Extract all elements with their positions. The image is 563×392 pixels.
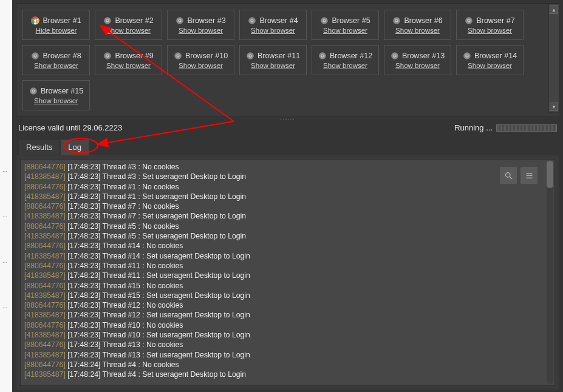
chrome-icon [248,16,256,25]
browser-toggle-link[interactable]: Show browser [179,27,223,34]
log-line: [880644776] [17:48:23] Thread #15 : No c… [24,281,542,291]
browser-toggle-link[interactable]: Show browser [395,27,440,34]
chrome-icon [318,52,327,60]
browser-toggle-link[interactable]: Show browser [106,62,151,69]
running-status: Running ... [454,123,557,132]
log-line: [418385487] [17:48:23] Thread #13 : Set … [24,350,542,360]
gutter-dots: ... [2,303,7,309]
browser-tile[interactable]: Browser #6Show browser [384,10,451,40]
gutter-dots: ... [2,212,7,218]
svg-line-46 [510,177,512,179]
search-icon[interactable] [500,167,517,184]
browser-title: Browser #3 [176,16,225,25]
browser-tile[interactable]: Browser #7Show browser [456,10,524,40]
browser-label: Browser #12 [330,52,372,60]
tab-log[interactable]: Log [60,139,89,155]
browser-scrollbar[interactable]: ▲ ▼ [548,4,559,113]
browser-title: Browser #2 [103,16,153,25]
log-line: [418385487] [17:48:23] Thread #3 : Set u… [24,172,542,181]
chrome-icon [320,16,329,25]
browser-toggle-link[interactable]: Show browser [395,62,440,69]
chrome-icon [391,52,399,60]
log-line: [880644776] [17:48:23] Thread #1 : No co… [24,182,542,192]
browser-title: Browser #15 [29,87,83,95]
svg-point-11 [251,19,253,21]
browser-title: Browser #10 [174,52,228,60]
browser-label: Browser #14 [474,52,517,60]
log-line: [418385487] [17:48:23] Thread #14 : Set … [24,251,542,261]
browser-toggle-link[interactable]: Show browser [468,62,512,69]
browser-toggle-link[interactable]: Show browser [323,62,367,69]
browser-label: Browser #11 [258,52,300,60]
status-bar: License valid until 29.06.2223 Running .… [12,121,563,136]
browser-title: Browser #5 [320,16,370,25]
browser-tile[interactable]: Browser #14Show browser [456,45,524,75]
log-line: [880644776] [17:48:23] Thread #13 : No c… [24,340,542,350]
browser-tile[interactable]: Browser #13Show browser [384,45,451,75]
log-panel: [880644776] [17:48:23] Thread #3 : No co… [16,155,559,390]
browser-tile[interactable]: Browser #8Show browser [22,45,90,75]
browser-toggle-link[interactable]: Show browser [106,27,151,34]
svg-point-44 [32,90,34,92]
log-line: [880644776] [17:48:23] Thread #14 : No c… [24,241,542,251]
log-line: [418385487] [17:48:23] Thread #7 : Set u… [24,211,542,221]
browser-toggle-link[interactable]: Show browser [34,62,78,69]
chrome-icon [103,52,112,60]
svg-point-35 [321,55,323,56]
log-scrollbar-track[interactable] [547,161,553,384]
browser-tile[interactable]: Browser #10Show browser [167,45,234,75]
browser-tile[interactable]: Browser #5Show browser [312,10,379,40]
log-content[interactable]: [880644776] [17:48:23] Thread #3 : No co… [21,160,554,382]
browser-toggle-link[interactable]: Show browser [468,27,512,34]
browser-title: Browser #4 [248,16,298,25]
scroll-up-icon[interactable]: ▲ [550,5,558,14]
log-line: [880644776] [17:48:24] Thread #4 : No co… [24,360,542,370]
browser-toggle-link[interactable]: Show browser [323,27,367,34]
browser-title: Browser #11 [246,52,300,60]
browser-label: Browser #8 [43,52,81,60]
svg-point-45 [505,172,510,177]
browser-toggle-link[interactable]: Show browser [251,27,295,34]
browser-title: Browser #1 [31,16,81,25]
browser-label: Browser #2 [115,16,153,25]
log-line: [418385487] [17:48:23] Thread #11 : Set … [24,271,542,280]
browser-title: Browser #8 [31,52,81,60]
browser-title: Browser #13 [391,52,445,60]
browser-tile[interactable]: Browser #1Hide browser [22,10,90,40]
browser-grid: Browser #1Hide browserBrowser #2Show bro… [22,10,533,110]
browser-tile[interactable]: Browser #11Show browser [239,45,307,75]
browser-tile[interactable]: Browser #12Show browser [312,45,379,75]
app-window: Browser #1Hide browserBrowser #2Show bro… [12,0,563,392]
tab-results[interactable]: Results [18,139,60,155]
svg-point-17 [396,19,398,21]
browser-label: Browser #3 [187,16,225,25]
gutter-dots: ... [2,166,7,173]
menu-icon[interactable] [520,167,537,184]
log-line: [418385487] [17:48:23] Thread #1 : Set u… [24,192,542,201]
browser-toggle-link[interactable]: Show browser [34,97,78,104]
browser-label: Browser #5 [332,16,370,25]
browser-tile[interactable]: Browser #15Show browser [22,80,90,110]
running-label: Running ... [454,123,493,132]
browser-pane: Browser #1Hide browserBrowser #2Show bro… [16,3,559,117]
browser-toggle-link[interactable]: Hide browser [36,27,77,34]
browser-toggle-link[interactable]: Show browser [179,62,223,69]
browser-label: Browser #7 [476,16,514,25]
browser-title: Browser #6 [392,16,442,25]
browser-tile[interactable]: Browser #9Show browser [95,45,162,75]
browser-tile[interactable]: Browser #4Show browser [239,10,307,40]
browser-label: Browser #10 [185,52,228,60]
browser-toggle-link[interactable]: Show browser [251,62,295,69]
log-scrollbar-thumb[interactable] [547,161,553,188]
svg-point-29 [177,55,179,56]
svg-point-2 [34,19,36,22]
scroll-down-icon[interactable]: ▼ [550,103,558,111]
svg-point-41 [466,55,468,56]
browser-label: Browser #4 [259,16,298,25]
browser-tile[interactable]: Browser #3Show browser [167,10,234,40]
svg-point-38 [394,55,395,56]
svg-point-26 [107,55,109,56]
browser-title: Browser #7 [465,16,514,25]
log-line: [418385487] [17:48:23] Thread #15 : Set … [24,291,542,300]
browser-tile[interactable]: Browser #2Show browser [95,10,162,40]
